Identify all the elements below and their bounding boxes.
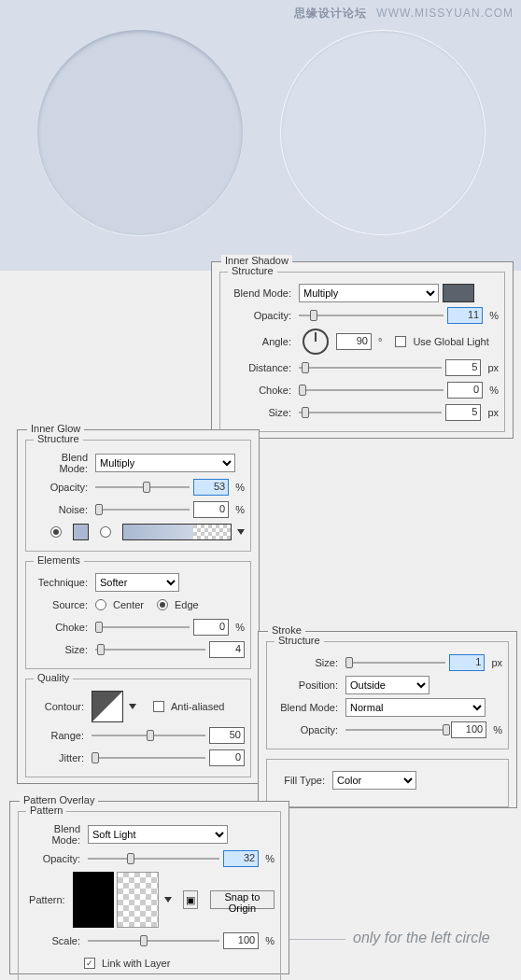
choke-slider[interactable]	[299, 382, 444, 399]
contour-label: Contour:	[32, 701, 84, 712]
blend-mode-label: Blend Mode:	[24, 823, 80, 846]
blend-mode-select[interactable]: Soft Light	[88, 825, 228, 844]
choke-label: Choke:	[32, 622, 88, 633]
opacity-label: Opacity:	[24, 853, 80, 864]
caption-line	[289, 939, 345, 940]
fill-type-select[interactable]: Color	[332, 771, 416, 790]
distance-input[interactable]: 5	[445, 359, 481, 376]
size-label: Size:	[273, 657, 338, 668]
source-center-radio[interactable]	[95, 599, 106, 610]
left-circle	[37, 30, 243, 235]
size-label: Size:	[32, 644, 88, 655]
unit-pct: %	[265, 935, 275, 946]
gradient-swatch[interactable]	[122, 524, 232, 540]
scale-input[interactable]: 100	[223, 932, 259, 949]
pattern-bg	[117, 872, 158, 928]
blend-mode-label: Blend Mode:	[32, 452, 88, 474]
range-label: Range:	[32, 730, 84, 741]
angle-dial[interactable]	[303, 329, 329, 355]
choke-input[interactable]: 0	[447, 382, 483, 399]
use-global-light-label: Use Global Light	[413, 336, 488, 347]
new-preset-button[interactable]: ▣	[183, 890, 199, 909]
size-slider[interactable]	[95, 641, 205, 658]
group-title: Structure	[275, 635, 324, 646]
opacity-slider[interactable]	[345, 721, 447, 738]
pattern-swatch[interactable]	[73, 872, 115, 928]
jitter-slider[interactable]	[92, 749, 205, 766]
angle-input[interactable]: 90	[336, 333, 372, 350]
size-input[interactable]: 1	[449, 654, 485, 671]
range-slider[interactable]	[92, 727, 205, 744]
distance-label: Distance:	[226, 362, 291, 373]
unit-deg: °	[378, 336, 382, 347]
range-input[interactable]: 50	[209, 727, 245, 744]
opacity-slider[interactable]	[299, 307, 444, 324]
unit-pct: %	[235, 622, 245, 633]
opacity-label: Opacity:	[32, 482, 88, 493]
color-swatch[interactable]	[73, 524, 90, 540]
choke-slider[interactable]	[95, 619, 190, 636]
use-global-light-checkbox[interactable]	[395, 336, 406, 347]
contour-swatch[interactable]	[92, 691, 123, 722]
blend-mode-select[interactable]: Normal	[345, 698, 486, 717]
scale-slider[interactable]	[88, 932, 219, 949]
contour-dropdown-icon[interactable]	[129, 704, 136, 709]
link-with-layer-checkbox[interactable]	[84, 958, 95, 969]
opacity-slider[interactable]	[88, 850, 219, 867]
size-input[interactable]: 5	[445, 404, 481, 421]
opacity-label: Opacity:	[226, 310, 291, 321]
group-title: Pattern	[26, 805, 66, 816]
jitter-input[interactable]: 0	[209, 749, 245, 766]
choke-input[interactable]: 0	[193, 619, 229, 636]
color-swatch[interactable]	[443, 284, 474, 302]
noise-input[interactable]: 0	[193, 501, 229, 518]
stroke-panel: Stroke Structure Size: 1 px Position: Ou…	[258, 631, 517, 808]
blend-mode-select[interactable]: Multiply	[299, 284, 439, 302]
watermark-en: WWW.MISSYUAN.COM	[376, 7, 514, 20]
size-slider[interactable]	[345, 654, 445, 671]
unit-px: px	[487, 362, 499, 373]
opacity-label: Opacity:	[273, 724, 338, 735]
color-radio[interactable]	[50, 526, 62, 538]
scale-label: Scale:	[24, 935, 80, 946]
size-slider[interactable]	[299, 404, 442, 421]
anti-aliased-label: Anti-aliased	[171, 701, 224, 712]
gradient-dropdown-icon[interactable]	[237, 529, 245, 535]
group-title: Quality	[34, 672, 73, 683]
noise-label: Noise:	[32, 504, 88, 515]
size-input[interactable]: 4	[209, 641, 245, 658]
inner-glow-panel: Inner Glow Structure Blend Mode: Multipl…	[17, 429, 260, 784]
opacity-input[interactable]: 32	[223, 850, 259, 867]
distance-slider[interactable]	[299, 359, 442, 376]
blend-mode-select[interactable]: Multiply	[95, 454, 235, 472]
pattern-label: Pattern:	[24, 894, 65, 905]
position-select[interactable]: Outside	[345, 676, 429, 694]
inner-shadow-panel: Inner Shadow Structure Blend Mode: Multi…	[211, 261, 514, 439]
snap-to-origin-button[interactable]: Snap to Origin	[210, 890, 275, 909]
opacity-input[interactable]: 53	[193, 479, 229, 496]
group-title: Elements	[34, 554, 84, 566]
blend-mode-label: Blend Mode:	[273, 702, 338, 713]
gradient-radio[interactable]	[100, 526, 111, 538]
noise-slider[interactable]	[95, 501, 190, 518]
group-title: Structure	[228, 265, 277, 276]
opacity-input[interactable]: 100	[451, 721, 486, 738]
anti-aliased-checkbox[interactable]	[153, 701, 164, 712]
unit-pct: %	[265, 853, 275, 864]
caption: only for the left circle	[353, 930, 490, 946]
jitter-label: Jitter:	[32, 752, 84, 763]
fill-type-label: Fill Type:	[273, 775, 325, 786]
technique-select[interactable]: Softer	[95, 573, 179, 592]
pattern-overlay-panel: Pattern Overlay Pattern Blend Mode: Soft…	[9, 801, 289, 974]
size-label: Size:	[226, 407, 291, 418]
angle-label: Angle:	[226, 336, 291, 347]
source-center-label: Center	[113, 599, 144, 610]
group-title: Structure	[34, 433, 83, 444]
source-edge-radio[interactable]	[157, 599, 168, 610]
opacity-slider[interactable]	[95, 479, 190, 496]
unit-pct: %	[489, 310, 499, 321]
link-with-layer-label: Link with Layer	[102, 958, 170, 969]
opacity-input[interactable]: 11	[447, 307, 483, 324]
pattern-dropdown-icon[interactable]	[164, 897, 172, 903]
technique-label: Technique:	[32, 577, 88, 588]
